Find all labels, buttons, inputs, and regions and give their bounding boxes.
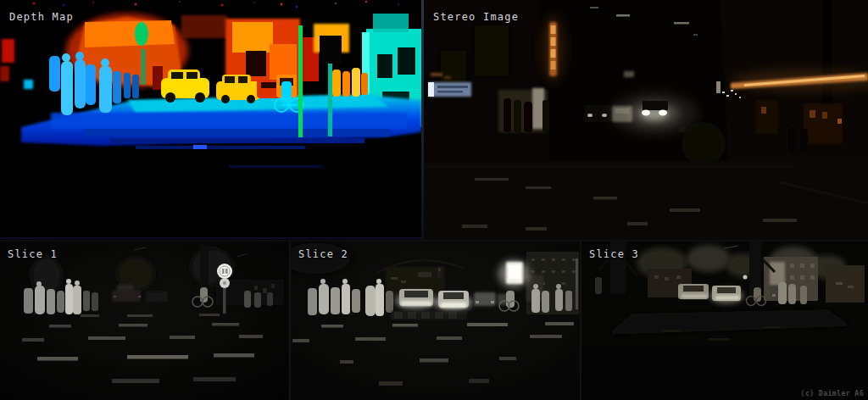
panel-slice-3: Slice 3 [581,242,868,400]
stereo-image [424,0,868,240]
depth-map-image [0,0,421,240]
slice-2-image [291,242,580,400]
visualization-canvas: Depth Map [0,0,868,400]
stereo-neon-sign-vertical [541,15,565,83]
copyright-text: (c) Daimler AG [801,390,864,397]
slice2-crosswalk [391,311,467,319]
panel-slice-3-label: Slice 3 [589,248,639,260]
panel-slice-2-label: Slice 2 [298,248,348,260]
stereo-road [424,161,868,240]
slice-1-image [0,242,289,400]
panel-depth-map-label: Depth Map [9,11,74,23]
depth-bottom-edge-line [0,237,421,239]
stereo-bus-shelter-sign [428,82,471,97]
slice3-road [581,309,868,400]
slice2-bright-sign [498,260,529,287]
panel-stereo-image-label: Stereo Image [433,11,519,23]
panel-stereo-image: Stereo Image [424,0,868,240]
slice1-right-figures [244,291,273,308]
panel-slice-1: Slice 1 [0,242,289,400]
top-row: Depth Map [0,0,868,240]
slice-3-image [581,242,868,400]
panel-slice-1-label: Slice 1 [8,248,58,260]
bottom-row: Slice 1 [0,242,868,400]
panel-slice-2: Slice 2 [291,242,580,400]
panel-depth-map: Depth Map [0,0,421,240]
